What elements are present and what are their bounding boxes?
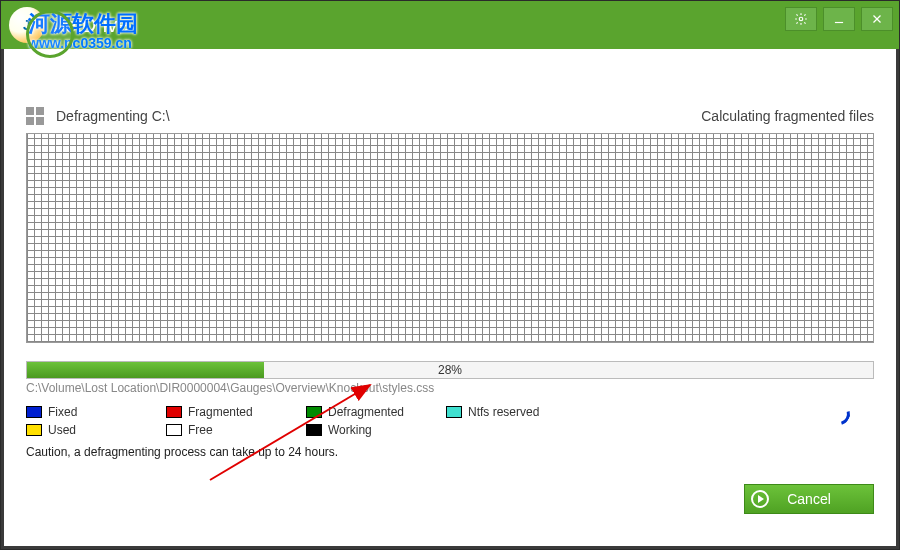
svg-point-0: [799, 17, 803, 21]
legend-ntfs: Ntfs reserved: [446, 405, 566, 419]
settings-button[interactable]: [785, 7, 817, 31]
caution-text: Caution, a defragmenting process can tak…: [26, 445, 874, 459]
legend-defragmented: Defragmented: [306, 405, 426, 419]
app-window: J JetDrive Defragmenting C:\ Calculating…: [0, 0, 900, 550]
swatch-used: [26, 424, 42, 436]
legend-fragmented: Fragmented: [166, 405, 286, 419]
status-left: Defragmenting C:\: [56, 108, 170, 124]
status-right: Calculating fragmented files: [701, 108, 874, 124]
disk-icon: [26, 107, 48, 125]
title-bar[interactable]: J JetDrive: [1, 1, 899, 49]
close-button[interactable]: [861, 7, 893, 31]
current-file: C:\Volume\Lost Location\DIR0000004\Gauge…: [26, 381, 874, 395]
legend-fixed: Fixed: [26, 405, 146, 419]
minimize-icon: [832, 12, 846, 26]
legend-working: Working: [306, 423, 426, 437]
swatch-free: [166, 424, 182, 436]
gear-icon: [794, 12, 808, 26]
minimize-button[interactable]: [823, 7, 855, 31]
swatch-working: [306, 424, 322, 436]
status-row: Defragmenting C:\ Calculating fragmented…: [26, 107, 874, 125]
progress-label: 28%: [27, 362, 873, 378]
arrow-right-icon: [751, 490, 769, 508]
cancel-button[interactable]: Cancel: [744, 484, 874, 514]
swatch-fixed: [26, 406, 42, 418]
swatch-defragmented: [306, 406, 322, 418]
swatch-ntfs: [446, 406, 462, 418]
legend-free: Free: [166, 423, 286, 437]
swatch-fragmented: [166, 406, 182, 418]
app-logo-icon: J: [9, 7, 45, 43]
progress-bar: 28%: [26, 361, 874, 379]
legend-used: Used: [26, 423, 146, 437]
close-icon: [870, 12, 884, 26]
cluster-map: [26, 133, 874, 343]
legend: Fixed Fragmented Defragmented Ntfs reser…: [26, 405, 874, 437]
app-title: JetDrive: [55, 14, 128, 37]
content-area: Defragmenting C:\ Calculating fragmented…: [4, 49, 896, 546]
window-controls: [785, 7, 893, 31]
